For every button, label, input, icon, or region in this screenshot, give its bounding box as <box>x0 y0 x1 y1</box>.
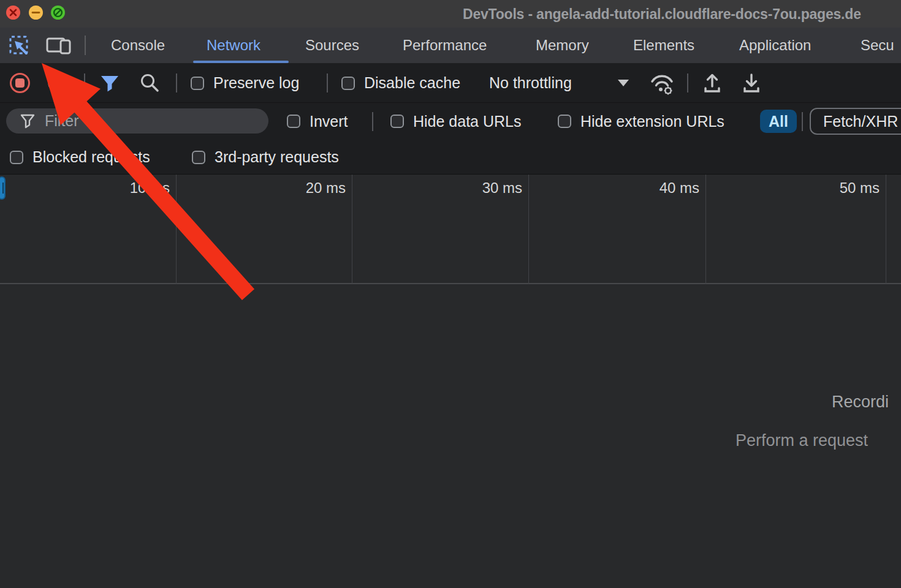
third-party-requests-label: 3rd-party requests <box>215 148 339 166</box>
close-icon <box>6 6 20 20</box>
hide-extension-urls-checkbox[interactable] <box>558 115 571 128</box>
device-toolbar-icon <box>45 34 72 56</box>
devtools-tabbar: Console Network Sources Performance Memo… <box>0 28 901 63</box>
grid-line <box>705 175 706 284</box>
third-party-requests-checkbox[interactable] <box>192 151 205 164</box>
network-filter-row: Invert Hide data URLs Hide extension URL… <box>0 103 901 140</box>
tab-performance[interactable]: Performance <box>403 28 487 63</box>
devtools-window: DevTools - angela-add-tutorial.cloudflar… <box>0 0 901 588</box>
tab-memory[interactable]: Memory <box>536 28 589 63</box>
third-party-requests-toggle[interactable]: 3rd-party requests <box>192 140 339 175</box>
toolbar-divider <box>84 74 85 92</box>
request-filter-row: Blocked requests 3rd-party requests <box>0 140 901 175</box>
overview-selection-handle[interactable] <box>0 176 6 200</box>
filter-chip-fetch-xhr[interactable]: Fetch/XHR <box>810 108 901 135</box>
search-button[interactable] <box>139 63 161 103</box>
clear-network-log-button[interactable] <box>47 63 66 103</box>
minimize-window-button[interactable] <box>29 6 43 20</box>
download-icon <box>740 72 763 95</box>
wifi-gear-icon <box>648 71 675 96</box>
hide-data-urls-label: Hide data URLs <box>413 113 521 130</box>
toolbar-divider <box>372 112 373 131</box>
toolbar-divider <box>176 74 177 92</box>
tab-console[interactable]: Console <box>111 28 165 63</box>
timeline-tick: 40 ms <box>643 179 699 197</box>
toolbar-divider <box>802 112 803 131</box>
hide-extension-urls-label: Hide extension URLs <box>580 113 724 130</box>
timeline-tick: 50 ms <box>823 179 880 197</box>
disable-cache-checkbox[interactable] <box>341 77 355 90</box>
invert-checkbox[interactable] <box>287 115 300 128</box>
grid-line <box>528 175 529 284</box>
minimize-icon <box>29 6 43 20</box>
tab-application[interactable]: Application <box>739 28 811 63</box>
close-window-button[interactable] <box>6 6 20 20</box>
timeline-tick: 10 ms <box>113 179 170 197</box>
grid-line <box>352 175 352 284</box>
inspect-cursor-icon <box>8 34 32 56</box>
device-toolbar-button[interactable] <box>45 34 72 57</box>
upload-icon <box>701 72 724 95</box>
blocked-requests-toggle[interactable]: Blocked requests <box>10 140 150 175</box>
network-conditions-button[interactable] <box>648 63 675 103</box>
inspect-element-button[interactable] <box>7 34 34 57</box>
circle-slash-icon <box>51 6 65 20</box>
preserve-log-toggle[interactable]: Preserve log <box>191 63 299 103</box>
blocked-requests-label: Blocked requests <box>32 148 150 166</box>
export-har-button[interactable] <box>740 63 763 103</box>
tab-security[interactable]: Secu <box>861 28 894 63</box>
grid-line <box>886 175 886 284</box>
window-title: DevTools - angela-add-tutorial.cloudflar… <box>463 0 861 28</box>
recording-status-text: Recordi <box>832 393 889 412</box>
network-overview-timeline[interactable]: 10 ms 20 ms 30 ms 40 ms 50 ms <box>0 175 901 284</box>
clear-icon <box>47 74 66 93</box>
import-har-button[interactable] <box>701 63 724 103</box>
hide-extension-urls-toggle[interactable]: Hide extension URLs <box>558 103 724 140</box>
timeline-tick: 20 ms <box>289 179 346 197</box>
chevron-down-icon <box>618 80 629 86</box>
throttling-value: No throttling <box>489 74 572 92</box>
toolbar-divider <box>687 74 688 92</box>
titlebar: DevTools - angela-add-tutorial.cloudflar… <box>0 0 901 28</box>
filter-input[interactable] <box>45 112 247 130</box>
throttling-select[interactable]: No throttling <box>489 63 572 103</box>
tab-network[interactable]: Network <box>207 28 260 63</box>
invert-label: Invert <box>310 113 348 130</box>
filter-chip-all[interactable]: All <box>760 110 797 133</box>
timeline-tick: 30 ms <box>466 179 522 197</box>
preserve-log-checkbox[interactable] <box>191 77 204 90</box>
blocked-requests-checkbox[interactable] <box>10 151 23 164</box>
funnel-icon <box>99 74 121 93</box>
throttling-select-caret[interactable] <box>618 63 629 103</box>
tab-sources[interactable]: Sources <box>305 28 359 63</box>
zoom-window-button[interactable] <box>51 6 65 20</box>
toolbar-divider <box>327 74 328 92</box>
preserve-log-label: Preserve log <box>213 74 299 92</box>
search-icon <box>139 72 161 94</box>
invert-toggle[interactable]: Invert <box>287 103 348 140</box>
grid-line <box>176 175 177 284</box>
hide-data-urls-checkbox[interactable] <box>390 115 404 128</box>
perform-request-hint-text: Perform a request <box>736 431 868 450</box>
disable-cache-toggle[interactable]: Disable cache <box>341 63 460 103</box>
filter-toggle-button[interactable] <box>99 63 121 103</box>
filter-input-wrapper[interactable] <box>6 108 268 134</box>
record-icon <box>10 73 30 93</box>
toolbar-divider <box>85 36 86 55</box>
hide-data-urls-toggle[interactable]: Hide data URLs <box>390 103 521 140</box>
record-network-log-button[interactable] <box>10 63 30 103</box>
network-toolbar: Preserve log Disable cache No throttling <box>0 63 901 103</box>
disable-cache-label: Disable cache <box>364 74 460 92</box>
funnel-outline-icon <box>20 113 36 129</box>
tab-elements[interactable]: Elements <box>633 28 694 63</box>
